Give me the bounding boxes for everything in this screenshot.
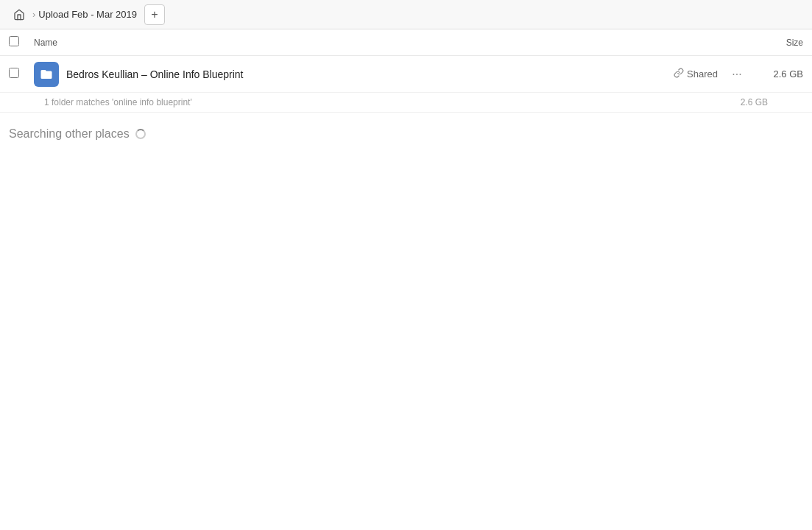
shared-label: Shared <box>687 68 718 80</box>
match-info-row: 1 folder matches 'online info blueprint'… <box>0 93 812 113</box>
column-header-row: Name Size <box>0 29 812 56</box>
link-icon <box>674 68 684 80</box>
home-button[interactable] <box>9 4 29 25</box>
more-icon: ··· <box>732 68 741 81</box>
column-header-name: Name <box>34 38 744 48</box>
match-info-size: 2.6 GB <box>724 97 768 107</box>
file-name: Bedros Keullian – Online Info Blueprint <box>66 68 674 80</box>
add-button[interactable]: + <box>144 4 165 25</box>
select-all-checkbox-wrap[interactable] <box>9 36 27 49</box>
searching-section: Searching other places <box>0 113 812 155</box>
select-all-checkbox[interactable] <box>9 36 19 46</box>
topbar: › Upload Feb - Mar 2019 + <box>0 0 812 29</box>
row-checkbox[interactable] <box>9 68 19 78</box>
folder-icon-wrap <box>34 62 59 87</box>
more-options-button[interactable]: ··· <box>727 64 747 85</box>
searching-text: Searching other places <box>9 127 130 141</box>
shared-indicator: Shared <box>674 68 718 80</box>
row-checkbox-wrap[interactable] <box>9 68 27 81</box>
file-row[interactable]: Bedros Keullian – Online Info Blueprint … <box>0 56 812 93</box>
match-info-text: 1 folder matches 'online info blueprint' <box>44 97 724 107</box>
column-header-size: Size <box>744 38 803 48</box>
breadcrumb-title: Upload Feb - Mar 2019 <box>38 9 137 20</box>
file-size: 2.6 GB <box>759 68 803 80</box>
loading-spinner <box>135 129 146 139</box>
breadcrumb-separator: › <box>32 9 35 20</box>
